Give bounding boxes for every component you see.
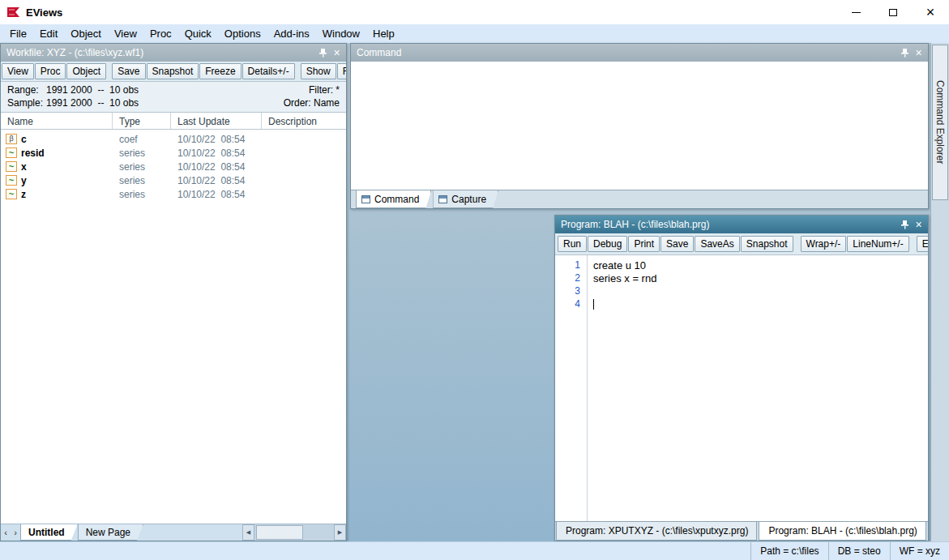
program-window: Program: BLAH - (c:\files\blah.prg) × Ru… <box>554 215 929 541</box>
menu-item[interactable]: Quick <box>178 26 218 41</box>
workfile-toolbar-button[interactable]: Proc <box>35 63 66 79</box>
menu-item[interactable]: Window <box>316 26 366 41</box>
command-tab-label: Command <box>374 194 419 205</box>
object-row[interactable]: resid series 10/10/22 08:54 <box>1 146 346 160</box>
menu-item[interactable]: File <box>3 26 33 41</box>
page-nav-right-icon[interactable]: › <box>11 524 20 541</box>
program-toolbar-button[interactable]: Print <box>628 236 660 252</box>
workfile-toolbar-button[interactable]: Freeze <box>199 63 241 79</box>
page-tab[interactable]: New Page <box>78 524 143 541</box>
program-titlebar[interactable]: Program: BLAH - (c:\files\blah.prg) × <box>555 216 928 233</box>
app-titlebar: EViews × <box>0 0 949 24</box>
workfile-toolbar-button[interactable]: Object <box>66 63 106 79</box>
menu-item[interactable]: Proc <box>143 26 178 41</box>
workfile-toolbar-button[interactable]: Fetch <box>337 63 346 79</box>
object-type: series <box>113 189 171 200</box>
scroll-right-icon[interactable]: ▶ <box>334 524 346 541</box>
pin-icon[interactable] <box>898 217 912 232</box>
close-icon[interactable]: × <box>330 45 344 60</box>
workfile-toolbar-button[interactable]: View <box>2 63 34 79</box>
column-header: Name <box>1 113 113 129</box>
code-line: 3 <box>555 284 928 297</box>
command-tab[interactable]: Command <box>356 190 431 208</box>
program-doc-tab[interactable]: Program: XPUTXYZ - (c:\files\xputxyz.prg… <box>556 522 757 541</box>
scrollbar-track[interactable] <box>254 524 334 541</box>
menu-item[interactable]: View <box>108 26 143 41</box>
program-toolbar-button[interactable]: SaveAs <box>695 236 739 252</box>
workfile-titlebar[interactable]: Workfile: XYZ - (c:\files\xyz.wf1) × <box>1 44 346 62</box>
status-segment[interactable]: DB = steo <box>828 542 890 560</box>
program-toolbar-button[interactable]: LineNum+/- <box>847 236 908 252</box>
status-segment[interactable]: Path = c:\files <box>750 542 827 560</box>
workfile-toolbar-button[interactable]: Snapshot <box>147 63 199 79</box>
minimize-button[interactable] <box>837 0 874 24</box>
command-input-area[interactable] <box>351 62 928 190</box>
object-list-header: NameTypeLast UpdateDescription <box>1 113 346 130</box>
object-last-update: 10/10/22 08:54 <box>171 175 262 186</box>
object-row[interactable]: z series 10/10/22 08:54 <box>1 187 346 201</box>
line-number: 4 <box>555 298 587 310</box>
order-text: Order: Name <box>284 97 340 109</box>
workfile-object-list: NameTypeLast UpdateDescription c coef 10… <box>1 113 346 524</box>
workfile-page-tab-strip: ‹ › UntitledNew Page ◀ ▶ <box>1 524 346 541</box>
object-type-icon <box>6 147 17 158</box>
command-tab[interactable]: Capture <box>433 190 498 208</box>
maximize-button[interactable] <box>874 0 912 24</box>
pin-icon[interactable] <box>898 45 912 60</box>
page-nav-left-icon[interactable]: ‹ <box>1 524 11 541</box>
command-titlebar[interactable]: Command × <box>351 44 928 62</box>
line-number: 1 <box>555 259 587 271</box>
object-type-icon <box>6 189 17 199</box>
minimize-icon <box>852 12 861 13</box>
object-last-update: 10/10/22 08:54 <box>171 147 262 159</box>
menu-item[interactable]: Options <box>218 26 267 41</box>
program-toolbar-button[interactable]: Snapshot <box>741 236 793 252</box>
menu-item[interactable]: Help <box>366 26 401 41</box>
workfile-window: Workfile: XYZ - (c:\files\xyz.wf1) × Vie… <box>0 43 347 541</box>
menu-item[interactable]: Add-ins <box>267 26 316 41</box>
program-toolbar-button[interactable]: Save <box>660 236 694 252</box>
object-type: series <box>113 161 171 173</box>
object-name: resid <box>21 147 45 159</box>
workfile-toolbar: ViewProcObjectSaveSnapshotFreezeDetails+… <box>1 62 346 82</box>
scrollbar-thumb[interactable] <box>256 525 303 540</box>
status-segment[interactable]: WF = xyz <box>890 542 949 560</box>
program-toolbar-button[interactable]: Debug <box>588 236 627 252</box>
object-row[interactable]: y series 10/10/22 08:54 <box>1 173 346 187</box>
object-row[interactable]: c coef 10/10/22 08:54 <box>1 132 346 146</box>
workfile-toolbar-button[interactable]: Show <box>301 63 336 79</box>
column-header: Description <box>262 113 346 129</box>
program-toolbar-button[interactable]: Run <box>558 236 587 252</box>
program-toolbar-button[interactable]: Encrypt <box>917 236 928 252</box>
close-icon[interactable]: × <box>912 217 925 232</box>
program-editor[interactable]: 1 create u 10 2 series x = rnd 3 <box>555 255 928 521</box>
code-line: 2 series x = rnd <box>555 271 928 284</box>
page-tab[interactable]: Untitled <box>20 524 78 541</box>
command-explorer-tab[interactable]: Command Explorer <box>932 45 948 200</box>
command-window: Command × Command Capture <box>350 43 929 209</box>
horizontal-scrollbar[interactable]: ◀ ▶ <box>242 524 346 541</box>
close-icon: × <box>926 5 935 19</box>
object-last-update: 10/10/22 08:54 <box>171 134 262 145</box>
close-icon[interactable]: × <box>912 45 925 60</box>
mdi-workspace: Workfile: XYZ - (c:\files\xyz.wf1) × Vie… <box>0 43 949 541</box>
close-button[interactable]: × <box>912 0 949 24</box>
code-text: create u 10 <box>587 259 646 271</box>
object-type-icon <box>6 175 17 186</box>
object-row[interactable]: x series 10/10/22 08:54 <box>1 160 346 173</box>
object-name: c <box>21 134 27 145</box>
code-text <box>587 299 594 310</box>
workfile-toolbar-button[interactable]: Save <box>112 63 145 79</box>
scroll-left-icon[interactable]: ◀ <box>242 524 254 541</box>
workfile-toolbar-button[interactable]: Details+/- <box>242 63 295 79</box>
eviews-logo-icon <box>6 6 21 19</box>
code-line: 4 <box>555 297 928 310</box>
program-doc-tab[interactable]: Program: BLAH - (c:\files\blah.prg) <box>759 522 926 541</box>
object-type-icon <box>6 161 17 172</box>
program-toolbar-button[interactable]: Wrap+/- <box>801 236 847 252</box>
pin-icon[interactable] <box>316 45 330 60</box>
filter-text: Filter: * <box>309 84 340 96</box>
menu-item[interactable]: Edit <box>33 26 64 41</box>
menu-item[interactable]: Object <box>64 26 108 41</box>
program-toolbar: RunDebugPrintSaveSaveAsSnapshotWrap+/-Li… <box>555 233 928 255</box>
